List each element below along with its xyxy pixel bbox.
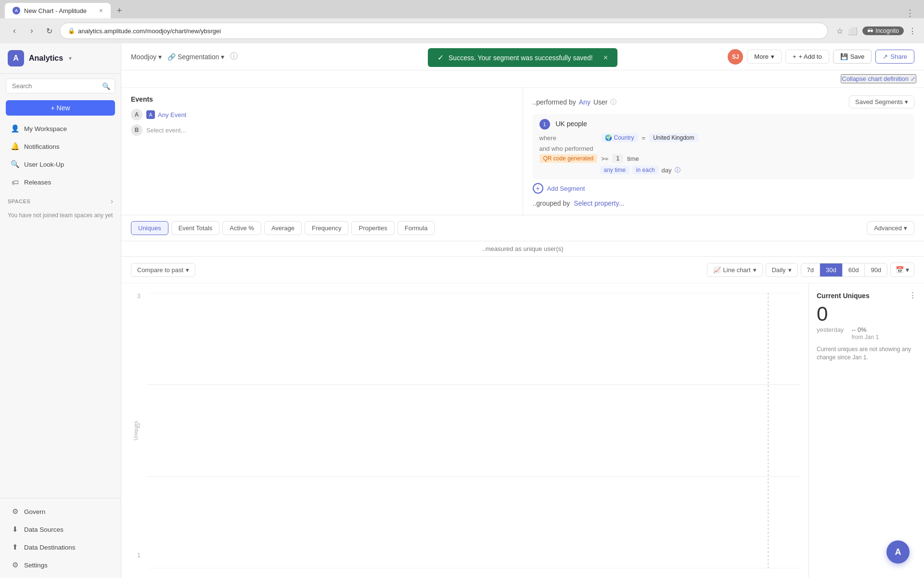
main-content: Moodjoy ▾ 🔗 Segmentation ▾ ⓘ ✓ Success. … — [121, 43, 924, 578]
breadcrumb-project[interactable]: Moodjoy ▾ — [131, 53, 162, 61]
current-uniques-menu-icon[interactable]: ⋮ — [909, 291, 916, 300]
line-chart-button[interactable]: 📈 Line chart ▾ — [707, 263, 763, 277]
forward-button[interactable]: › — [25, 24, 38, 38]
spaces-toggle[interactable]: › — [111, 197, 113, 206]
calendar-button[interactable]: 📅 ▾ — [890, 263, 914, 277]
saved-segments-chevron: ▾ — [905, 98, 908, 105]
tab-active-percent[interactable]: Active % — [222, 221, 261, 235]
saved-segments-button[interactable]: Saved Segments ▾ — [849, 95, 914, 108]
user-info-icon[interactable]: ⓘ — [610, 98, 616, 106]
browser-tabs: A New Chart - Amplitude × + ⋮ — [0, 0, 924, 18]
segmentation-icon: 🔗 — [167, 53, 176, 61]
sidebar-label-user-lookup: User Look-Up — [24, 161, 64, 168]
tab-average[interactable]: Average — [264, 221, 302, 235]
data-destinations-icon: ⬆ — [11, 543, 19, 552]
sidebar-item-my-workspace[interactable]: 👤 My Workspace — [3, 120, 118, 137]
project-chevron-icon: ▾ — [158, 53, 162, 61]
breadcrumb-segmentation[interactable]: 🔗 Segmentation ▾ — [167, 53, 224, 61]
share-button[interactable]: ↗ Share — [875, 50, 914, 64]
time-info-icon[interactable]: ⓘ — [675, 166, 680, 174]
segment-number-badge: 1 — [539, 119, 550, 130]
new-tab-button[interactable]: + — [112, 3, 127, 18]
date-range-buttons: 7d 30d 60d 90d — [801, 263, 888, 277]
refresh-button[interactable]: ↻ — [42, 24, 56, 38]
spaces-section-header: SPACES › — [0, 191, 121, 208]
save-button[interactable]: 💾 Save — [833, 50, 872, 64]
sidebar-item-settings[interactable]: ⚙ Settings — [3, 556, 118, 574]
tab-uniques[interactable]: Uniques — [131, 221, 168, 235]
compare-chevron-icon: ▾ — [186, 266, 189, 274]
segmentation-panel: ..performed by Any User ⓘ Saved Segments… — [523, 88, 924, 215]
chart-definition-area: Collapse chart definition ⤢ Events A A — [121, 70, 924, 215]
add-to-button[interactable]: + + Add to — [785, 50, 829, 64]
sidebar-item-govern[interactable]: ⚙ Govern — [3, 503, 118, 520]
sidebar-label-govern: Govern — [24, 508, 45, 515]
any-time-tag[interactable]: any time — [600, 166, 629, 174]
collapse-chart-def-button[interactable]: Collapse chart definition ⤢ — [841, 74, 916, 83]
sidebar-label-releases: Releases — [24, 179, 51, 186]
add-to-icon: + — [793, 53, 796, 60]
address-bar[interactable]: 🔒 analytics.amplitude.com/moodjoy/chart/… — [60, 23, 828, 39]
tab-close-icon[interactable]: × — [99, 7, 103, 14]
sidebar-item-user-lookup[interactable]: 🔍 User Look-Up — [3, 156, 118, 173]
event-a-name[interactable]: A Any Event — [146, 110, 186, 119]
sidebar-item-releases[interactable]: 🏷 Releases — [3, 173, 118, 191]
qr-event-tag[interactable]: QR code generated — [539, 154, 598, 163]
tab-event-totals[interactable]: Event Totals — [171, 221, 220, 235]
person-icon: 👤 — [11, 124, 19, 133]
chart-body: 3 2 1 Uniques — [121, 283, 924, 578]
condition-value-tag[interactable]: United Kingdom — [649, 133, 698, 142]
select-property-link[interactable]: Select property... — [574, 199, 624, 207]
sidebar-label-notifications: Notifications — [24, 143, 60, 150]
sidebar-item-data-destinations[interactable]: ⬆ Data Destinations — [3, 539, 118, 556]
extensions-icon[interactable]: ⬜ — [848, 26, 858, 36]
sidebar: A Analytics ▾ 🔍 + New 👤 My Workspace 🔔 N… — [0, 43, 121, 578]
time-condition: any time in each day ⓘ — [539, 166, 908, 174]
calendar-chevron-icon: ▾ — [906, 266, 909, 274]
menu-icon[interactable]: ⋮ — [909, 26, 916, 36]
more-chevron-icon: ▾ — [771, 53, 774, 60]
sidebar-item-data-sources[interactable]: ⬇ Data Sources — [3, 521, 118, 538]
tab-properties[interactable]: Properties — [351, 221, 394, 235]
browser-action-icons: ☆ ⬜ 🕶 Incognito ⋮ — [836, 26, 916, 36]
range-60d-button[interactable]: 60d — [843, 263, 865, 276]
event-b-placeholder[interactable]: Select event... — [146, 127, 186, 134]
any-link[interactable]: Any — [579, 98, 590, 106]
gte-operator: >= — [601, 155, 608, 162]
range-7d-button[interactable]: 7d — [801, 263, 820, 276]
advanced-button[interactable]: Advanced ▾ — [867, 221, 914, 235]
amplitude-logo: A — [8, 50, 24, 66]
more-button[interactable]: More ▾ — [747, 50, 782, 64]
fab-icon: A — [895, 547, 901, 557]
in-each-tag[interactable]: in each — [632, 166, 659, 174]
back-button[interactable]: ‹ — [8, 24, 21, 38]
data-sources-icon: ⬇ — [11, 525, 19, 534]
seg-header: ..performed by Any User ⓘ Saved Segments… — [533, 95, 915, 108]
info-icon[interactable]: ⓘ — [230, 52, 238, 62]
new-button[interactable]: + New — [6, 100, 115, 116]
floating-action-button[interactable]: A — [886, 540, 910, 564]
interval-button[interactable]: Daily ▾ — [766, 263, 798, 277]
govern-icon: ⚙ — [11, 507, 19, 516]
tab-formula[interactable]: Formula — [398, 221, 435, 235]
range-30d-button[interactable]: 30d — [820, 263, 843, 276]
from-date: from Jan 1 — [851, 334, 879, 341]
incognito-badge: 🕶 Incognito — [862, 26, 904, 35]
toast-close-button[interactable]: × — [603, 53, 608, 62]
tab-favicon: A — [13, 7, 20, 14]
active-tab[interactable]: A New Chart - Amplitude × — [5, 3, 111, 18]
toast-check-icon: ✓ — [437, 53, 444, 62]
add-segment-row[interactable]: + Add Segment — [533, 183, 915, 194]
compare-to-past-button[interactable]: Compare to past ▾ — [131, 263, 195, 277]
top-bar-actions: SJ More ▾ + + Add to 💾 Save ↗ Share — [728, 49, 914, 65]
collapse-icon: ⤢ — [911, 76, 915, 82]
search-input[interactable] — [6, 79, 115, 93]
chart-controls-right: 📈 Line chart ▾ Daily ▾ 7d 30d — [707, 263, 914, 277]
tab-frequency[interactable]: Frequency — [305, 221, 348, 235]
event-a-letter: A — [131, 109, 142, 120]
sidebar-item-notifications[interactable]: 🔔 Notifications — [3, 138, 118, 155]
bookmark-icon[interactable]: ☆ — [836, 26, 843, 36]
definition-panels: Events A A Any Event — [121, 88, 924, 215]
range-90d-button[interactable]: 90d — [865, 263, 887, 276]
country-tag[interactable]: 🌍 Country — [601, 133, 638, 142]
